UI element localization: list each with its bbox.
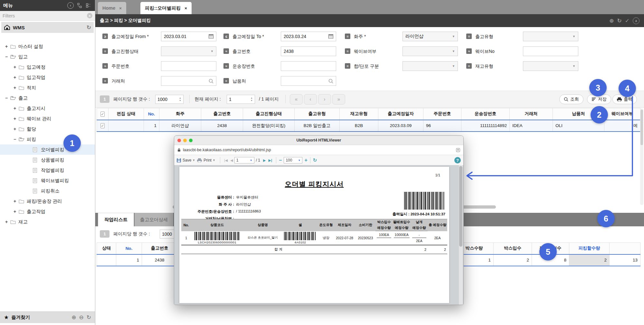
column-header-출고번호[interactable]: 출고번호 bbox=[201, 108, 243, 120]
column-header-운송장번호[interactable]: 운송장번호 bbox=[461, 108, 510, 120]
column-header-상태[interactable]: 상태 bbox=[97, 243, 116, 254]
column-header-No.[interactable]: No. bbox=[144, 108, 159, 120]
column-header-웨이브여부[interactable]: 웨이브여부 bbox=[604, 108, 640, 120]
current-page-stepper[interactable]: 1 ▲▼ bbox=[227, 95, 255, 104]
stepper-arrows-icon[interactable]: ▲▼ bbox=[251, 97, 253, 102]
filter-field-출고예정일 To *[interactable]: 2023.03.24 bbox=[281, 32, 336, 41]
vertical-scrollbar[interactable] bbox=[640, 108, 643, 205]
reload-icon[interactable]: ↻ bbox=[313, 157, 317, 163]
next-page-icon[interactable]: ▶ bbox=[263, 158, 266, 162]
sidebar-item-피킹취소[interactable]: 피킹취소 bbox=[0, 186, 95, 196]
sidebar-item-적치[interactable]: +적치 bbox=[0, 83, 95, 93]
tab-worklist[interactable]: 작업리스트 bbox=[98, 213, 134, 226]
translate-icon[interactable] bbox=[456, 148, 460, 152]
column-header-화주[interactable]: 화주 bbox=[159, 108, 201, 120]
sidebar-item-출고지시[interactable]: +출고지시 bbox=[0, 103, 95, 113]
add-favorite-icon[interactable]: ⊕ bbox=[71, 314, 76, 321]
column-header-출고유형[interactable]: 출고유형 bbox=[295, 108, 340, 120]
filter-field-운송장번호[interactable] bbox=[281, 61, 336, 71]
filter-field-웨이브여부[interactable]: ▼ bbox=[402, 46, 458, 56]
tree-toggle-icon[interactable]: + bbox=[12, 64, 17, 70]
next-page-button[interactable]: › bbox=[318, 94, 331, 104]
remove-favorite-icon[interactable]: ⊖ bbox=[79, 314, 84, 321]
sidebar-item-작업별피킹[interactable]: 작업별피킹 bbox=[0, 165, 95, 175]
tree-toggle-icon[interactable]: + bbox=[12, 116, 17, 121]
filter-field-웨이브No[interactable] bbox=[523, 46, 578, 56]
print-dropdown[interactable]: Print▼ bbox=[197, 158, 215, 162]
stepper-arrows-icon[interactable]: ▲▼ bbox=[179, 97, 181, 102]
chevron-down-icon[interactable]: ▼ bbox=[452, 50, 455, 53]
zoom-out-icon[interactable]: − bbox=[279, 157, 282, 163]
search-button[interactable]: 조회 bbox=[559, 94, 583, 104]
search-icon[interactable] bbox=[209, 79, 213, 84]
sidebar-item-입고[interactable]: −입고 bbox=[0, 52, 95, 62]
tab-order-detail[interactable]: 출고오더상세 bbox=[135, 213, 173, 226]
filter-field-출고예정일 From *[interactable]: 2023.03.01 bbox=[161, 32, 216, 41]
column-header-출고진행상태[interactable]: 출고진행상태 bbox=[243, 108, 295, 120]
filter-field-주문번호[interactable] bbox=[161, 61, 216, 71]
add-icon[interactable]: ⊕ bbox=[609, 17, 614, 24]
column-header-편집 상태[interactable]: 편집 상태 bbox=[109, 108, 144, 120]
chevron-down-icon[interactable]: ▼ bbox=[211, 50, 213, 53]
help-button[interactable]: ? bbox=[454, 157, 461, 163]
chevron-down-icon[interactable]: ▼ bbox=[452, 35, 455, 38]
column-header-No.[interactable]: No. bbox=[116, 243, 142, 254]
column-header-출고번호[interactable]: 출고번호 bbox=[142, 243, 177, 254]
filters-search[interactable]: Filters × bbox=[0, 11, 95, 21]
filter-field-합/단포 구분[interactable]: ▼ bbox=[402, 61, 458, 71]
window-titlebar[interactable]: UbiReport4 HTMLViewer bbox=[174, 136, 463, 145]
sidebar-item-패킹/운송장 관리[interactable]: +패킹/운송장 관리 bbox=[0, 196, 95, 206]
first-page-button[interactable]: « bbox=[290, 94, 303, 104]
tree-toggle-icon[interactable]: + bbox=[4, 44, 9, 49]
sidebar-item-재고[interactable]: +재고 bbox=[0, 217, 95, 227]
column-header-거래처[interactable]: 거래처 bbox=[510, 108, 553, 120]
sidebar-item-할당[interactable]: +할당 bbox=[0, 124, 95, 134]
filter-field-출고진행상태[interactable]: ▼ bbox=[161, 46, 216, 56]
tree-toggle-icon[interactable]: − bbox=[12, 137, 17, 142]
sidebar-item-입고예정[interactable]: +입고예정 bbox=[0, 62, 95, 72]
tree-root-wms[interactable]: WMS ↻ bbox=[1, 22, 94, 33]
sidebar-item-상품별피킹[interactable]: 상품별피킹 bbox=[0, 155, 95, 165]
tree-toggle-icon[interactable]: + bbox=[12, 106, 17, 111]
table-row[interactable]: ✓1라이언샵2438완전할당(미피킹)B2B 일반출고B2B2023.03.09… bbox=[97, 120, 640, 132]
column-header-피킹할수량[interactable]: 피킹할수량 bbox=[569, 243, 610, 254]
tree-toggle-icon[interactable]: + bbox=[12, 199, 17, 204]
close-tab-icon[interactable]: × bbox=[185, 6, 187, 11]
filter-field-거래처[interactable] bbox=[161, 76, 216, 86]
address-bar[interactable]: laascbt-be.kakaoilaas.com/report/ubi4/ub… bbox=[174, 145, 463, 155]
save-dropdown[interactable]: Save▼ bbox=[177, 158, 195, 162]
filter-field-화주 *[interactable]: 라이언샵▼ bbox=[402, 32, 458, 41]
sidebar-item-오더별피킹[interactable]: 오더별피킹 bbox=[0, 144, 95, 155]
column-header-박스입수[interactable]: 박스입수 bbox=[494, 243, 532, 254]
prev-page-button[interactable]: ‹ bbox=[304, 94, 317, 104]
filter-field-납품처[interactable] bbox=[281, 76, 336, 86]
sidebar-item-입고작업[interactable]: +입고작업 bbox=[0, 72, 95, 83]
search-icon[interactable] bbox=[328, 79, 333, 84]
checkbox[interactable]: ✓ bbox=[100, 112, 104, 117]
chevron-down-icon[interactable]: ▼ bbox=[573, 35, 575, 38]
last-page-button[interactable]: » bbox=[332, 94, 345, 104]
last-page-icon[interactable]: ▶| bbox=[269, 158, 272, 162]
chevron-down-icon[interactable]: ▼ bbox=[452, 64, 455, 68]
page-select[interactable]: 1▼ bbox=[234, 157, 254, 163]
refresh-favorites-icon[interactable]: ↻ bbox=[87, 314, 91, 321]
column-header-checkbox[interactable] bbox=[610, 243, 640, 254]
refresh-tree-icon[interactable]: ↻ bbox=[87, 24, 91, 31]
tree-view-icon[interactable] bbox=[76, 2, 83, 9]
sidebar-item-웨이브별피킹[interactable]: 웨이브별피킹 bbox=[0, 175, 95, 186]
rows-per-page-stepper[interactable]: 1000 ▲▼ bbox=[155, 95, 184, 104]
refresh-icon[interactable]: ↻ bbox=[617, 17, 622, 24]
tree-toggle-icon[interactable]: + bbox=[12, 209, 17, 214]
tree-toggle-icon[interactable]: + bbox=[12, 75, 17, 80]
tab-picking-order[interactable]: 피킹::오더별피킹 × bbox=[140, 2, 192, 14]
tree-toggle-icon[interactable]: − bbox=[4, 95, 9, 101]
column-header-재고유형[interactable]: 재고유형 bbox=[340, 108, 378, 120]
close-tab-icon[interactable]: × bbox=[119, 6, 122, 11]
tree-toggle-icon[interactable]: + bbox=[4, 219, 9, 224]
tree-toggle-icon[interactable]: + bbox=[12, 85, 17, 90]
collapse-sidebar-icon[interactable]: ‹ bbox=[67, 2, 74, 9]
column-header-checkbox[interactable]: ✓ bbox=[97, 108, 109, 120]
zoom-in-icon[interactable]: + bbox=[304, 157, 307, 163]
zoom-select[interactable]: 100▼ bbox=[284, 157, 302, 163]
report-viewer-window[interactable]: UbiReport4 HTMLViewer laascbt-be.kakaoil… bbox=[174, 135, 464, 305]
